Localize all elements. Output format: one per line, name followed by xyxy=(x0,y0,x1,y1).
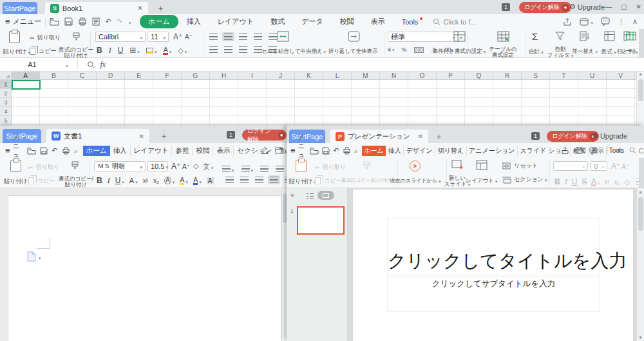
collapse-ribbon-icon[interactable]: ∧ xyxy=(632,17,638,26)
strike-button[interactable]: A xyxy=(129,175,138,186)
conditional-format-label[interactable]: 条件付き書式の設定 xyxy=(425,48,493,55)
fx-icon[interactable]: fx xyxy=(100,60,106,70)
menu-item[interactable]: アニメーション xyxy=(467,146,518,156)
percent-button[interactable]: % xyxy=(402,46,407,53)
conditional-format-button[interactable] xyxy=(453,31,466,42)
menu-item[interactable]: 挿入 xyxy=(178,15,209,28)
scrollbar-thumb[interactable] xyxy=(638,79,643,101)
italic-button[interactable]: I xyxy=(108,176,110,186)
document-page[interactable] xyxy=(8,195,281,341)
thousands-button[interactable]: 000 xyxy=(414,47,424,53)
align-right-button[interactable] xyxy=(253,175,265,184)
column-header[interactable]: E xyxy=(125,72,153,80)
cut-button[interactable]: ✂切り取り xyxy=(30,34,61,42)
table-style-button[interactable] xyxy=(497,31,509,42)
shrink-font-button[interactable]: A⁻ xyxy=(182,163,190,170)
column-header[interactable]: U xyxy=(578,72,607,80)
menu-item[interactable]: Tools xyxy=(393,17,427,27)
upgrade-button[interactable]: ⚙ Upgrade xyxy=(569,3,605,11)
session-badge[interactable]: 1 xyxy=(531,132,540,140)
share-icon[interactable] xyxy=(561,146,569,155)
collapse-panel-icon[interactable]: « xyxy=(290,191,294,199)
vertical-scrollbar[interactable]: ▲ ▼ xyxy=(636,188,644,341)
menu-item[interactable]: 表示 xyxy=(213,146,234,156)
format-painter-button[interactable] xyxy=(71,32,82,42)
merge-center-label[interactable]: セルを結合して中央揃え xyxy=(256,48,331,55)
menu-item[interactable]: 校閲 xyxy=(193,146,213,156)
format-painter-button[interactable] xyxy=(70,161,80,171)
format-painter-label[interactable]: 書式のコピー/貼り付け xyxy=(338,177,395,184)
preview-icon[interactable] xyxy=(92,17,100,26)
menu-item[interactable]: 切り替え xyxy=(435,146,466,156)
comment-icon[interactable] xyxy=(589,147,598,155)
font-name-select[interactable]: Calibri xyxy=(95,32,146,42)
currency-button[interactable]: ¥ xyxy=(388,46,395,53)
session-badge[interactable]: 1 xyxy=(227,131,235,139)
menu-item[interactable]: ホーム xyxy=(362,146,386,156)
close-tab-icon[interactable]: ✕ xyxy=(418,133,423,140)
name-box-dropdown-icon[interactable] xyxy=(64,59,68,70)
open-icon[interactable] xyxy=(27,147,36,155)
row-header[interactable]: 4 xyxy=(0,107,12,116)
switch-window-icon[interactable] xyxy=(275,147,283,154)
column-header[interactable]: R xyxy=(493,72,522,80)
scroll-down-icon[interactable]: ▼ xyxy=(637,335,644,340)
font-color-button[interactable]: A xyxy=(193,175,202,186)
char-border-button[interactable]: A xyxy=(164,175,175,186)
column-header[interactable]: N xyxy=(380,72,408,80)
hamburger-icon[interactable]: ≡ xyxy=(5,146,10,155)
column-header[interactable]: V xyxy=(607,72,635,80)
undo-dropdown-icon[interactable] xyxy=(128,18,131,26)
tab-document1[interactable]: W 文書1 ✕ xyxy=(46,129,149,143)
column-header[interactable]: A xyxy=(12,72,40,80)
align-left-button[interactable] xyxy=(223,175,236,184)
save-icon[interactable] xyxy=(322,147,330,155)
numbered-list-button[interactable] xyxy=(240,162,256,176)
strike-button[interactable]: S xyxy=(582,177,587,186)
undo-icon[interactable]: ↶ xyxy=(105,17,111,26)
scrollbar-thumb[interactable] xyxy=(638,197,643,231)
font-name-select[interactable]: ＭＳ 明朝 xyxy=(94,161,146,171)
undo-icon[interactable]: ↶ xyxy=(333,146,339,155)
minimize-icon[interactable]: — xyxy=(605,3,612,10)
wrap-text-button[interactable] xyxy=(348,31,360,42)
paste-label[interactable]: 貼り付け xyxy=(1,48,32,56)
row-header[interactable]: 2 xyxy=(0,89,12,98)
copy-button[interactable]: コピー xyxy=(28,177,55,185)
bold-button[interactable]: B xyxy=(97,176,102,185)
paste-label[interactable]: 貼り付け xyxy=(287,177,318,186)
save-icon[interactable] xyxy=(40,147,48,155)
title-placeholder[interactable]: クリックしてタイトルを入力 xyxy=(387,218,600,275)
grow-font-button[interactable]: A⁺ xyxy=(611,162,620,171)
row-header[interactable]: 5 xyxy=(0,116,12,125)
play-from-current-button[interactable] xyxy=(409,160,421,172)
menu-item[interactable]: レイアウト xyxy=(131,146,173,156)
tab-startpage[interactable]: StartPage xyxy=(3,129,41,143)
new-tab-button[interactable]: ＋ xyxy=(156,3,165,14)
column-header[interactable]: I xyxy=(238,72,267,80)
slide[interactable]: クリックしてタイトルを入力 クリックしてサブタイトルを入力 xyxy=(352,189,634,341)
format-painter-button[interactable] xyxy=(361,161,372,171)
menu-item[interactable]: 挿入 xyxy=(110,146,131,156)
row-header[interactable]: 3 xyxy=(0,98,12,107)
subtitle-placeholder[interactable]: クリックしてサブタイトルを入力 xyxy=(387,276,600,312)
shrink-font-button[interactable]: A⁻ xyxy=(621,163,629,170)
sum-label[interactable]: 合計 xyxy=(523,48,549,56)
paste-options-popup[interactable] xyxy=(27,251,41,262)
row-header[interactable]: 1 xyxy=(0,80,12,89)
column-header[interactable]: K xyxy=(295,72,323,80)
column-header[interactable]: P xyxy=(437,72,465,80)
sheet-button[interactable] xyxy=(626,32,636,41)
logout-button[interactable]: ログイン解除 ● xyxy=(547,131,599,142)
share-icon[interactable] xyxy=(261,146,269,155)
italic-button[interactable]: I xyxy=(565,177,567,187)
number-format-select[interactable]: 標準 xyxy=(388,32,459,42)
play-from-current-label[interactable]: 現在のスライドから xyxy=(388,177,442,184)
font-size-select[interactable]: 0 xyxy=(591,161,607,171)
upgrade-button[interactable]: ⚙ Upgrade xyxy=(592,132,627,140)
new-tab-button[interactable]: ＋ xyxy=(435,131,443,142)
menu-item[interactable]: 挿入 xyxy=(386,146,404,156)
tab-startpage[interactable]: StartPage xyxy=(3,2,37,14)
paste-button[interactable] xyxy=(296,160,307,172)
font-name-select[interactable] xyxy=(553,161,588,171)
